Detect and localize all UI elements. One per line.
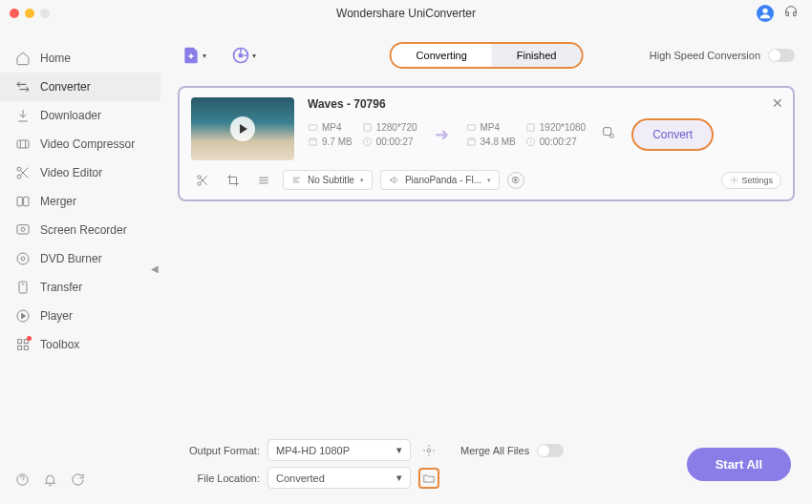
target-specs: MP4 1920*1080 34.8 MB 00:00:27 (466, 122, 587, 147)
sidebar-label: Toolbox (40, 338, 79, 351)
video-thumbnail[interactable] (191, 97, 294, 160)
start-all-button[interactable]: Start All (687, 448, 791, 481)
window-controls[interactable] (10, 9, 50, 18)
sidebar-item-video-compressor[interactable]: Video Compressor (0, 130, 160, 158)
svg-rect-4 (17, 197, 22, 205)
close-window-icon[interactable] (10, 9, 19, 18)
account-avatar[interactable] (757, 5, 774, 22)
output-settings-icon[interactable] (418, 440, 439, 461)
svg-rect-24 (604, 128, 611, 136)
svg-point-27 (198, 181, 202, 185)
trim-icon[interactable] (191, 171, 214, 190)
arrow-right-icon: ➜ (429, 124, 455, 145)
sidebar-item-home[interactable]: Home (0, 44, 160, 73)
output-format-select[interactable]: MP4-HD 1080P▾ (267, 439, 411, 461)
svg-point-9 (21, 257, 25, 261)
speed-icon[interactable]: ⦿ (507, 172, 524, 189)
svg-rect-1 (17, 140, 29, 148)
toolbar: ▾ ▾ Converting Finished High Speed Conve… (178, 38, 795, 73)
output-settings-icon[interactable] (597, 121, 620, 148)
sidebar-label: Player (40, 309, 73, 323)
svg-rect-10 (19, 282, 27, 293)
svg-point-2 (17, 167, 21, 171)
subtitle-dropdown[interactable]: No Subtitle▾ (283, 170, 373, 190)
sidebar-item-converter[interactable]: Converter (0, 73, 160, 101)
sidebar-item-video-editor[interactable]: Video Editor (0, 158, 160, 187)
crop-icon[interactable] (222, 171, 245, 190)
feedback-icon[interactable] (71, 472, 85, 491)
add-file-button[interactable]: ▾ (178, 42, 210, 69)
sidebar-label: Converter (40, 80, 91, 94)
svg-point-0 (762, 9, 767, 13)
sidebar-label: Merger (40, 195, 76, 208)
main-panel: ▾ ▾ Converting Finished High Speed Conve… (160, 27, 812, 504)
toggle-switch[interactable] (537, 444, 564, 457)
chevron-down-icon: ▾ (252, 52, 256, 60)
source-specs: MP4 1280*720 9.7 MB 00:00:27 (308, 122, 417, 147)
convert-button[interactable]: Convert (631, 118, 714, 151)
tab-converting[interactable]: Converting (392, 44, 492, 67)
sidebar-item-downloader[interactable]: Downloader (0, 101, 160, 130)
svg-point-29 (427, 449, 431, 452)
output-format-label: Output Format: (178, 445, 260, 456)
svg-point-3 (17, 175, 21, 178)
collapse-sidebar-icon[interactable]: ◀ (151, 263, 160, 277)
svg-rect-19 (364, 124, 371, 131)
open-folder-icon[interactable] (418, 468, 439, 489)
sidebar-item-screen-recorder[interactable]: Screen Recorder (0, 216, 160, 244)
merge-all-toggle[interactable]: Merge All Files (460, 444, 564, 457)
svg-point-7 (21, 227, 25, 231)
sidebar-item-toolbox[interactable]: Toolbox (0, 330, 160, 359)
add-disc-button[interactable]: ▾ (227, 42, 260, 69)
toggle-switch[interactable] (768, 49, 795, 62)
app-title: Wondershare UniConverter (336, 7, 476, 20)
svg-rect-15 (24, 346, 28, 349)
notification-dot-icon (27, 336, 32, 341)
minimize-window-icon[interactable] (25, 9, 34, 18)
svg-rect-6 (17, 225, 29, 234)
maximize-window-icon (40, 9, 50, 18)
tab-finished[interactable]: Finished (492, 44, 582, 67)
svg-point-8 (17, 253, 29, 264)
high-speed-toggle[interactable]: High Speed Conversion (650, 49, 795, 62)
svg-rect-14 (18, 346, 22, 349)
sidebar-label: Video Compressor (40, 137, 135, 151)
sidebar-item-merger[interactable]: Merger (0, 187, 160, 216)
status-tabs: Converting Finished (390, 42, 584, 69)
svg-point-25 (609, 134, 613, 137)
sidebar-label: Downloader (40, 109, 101, 122)
sidebar-label: Video Editor (40, 166, 102, 179)
svg-rect-22 (527, 124, 534, 131)
file-location-select[interactable]: Converted▾ (267, 467, 411, 489)
svg-rect-18 (309, 125, 316, 131)
svg-point-17 (239, 53, 242, 56)
notifications-icon[interactable] (43, 472, 57, 491)
sidebar-item-transfer[interactable]: Transfer (0, 273, 160, 302)
sidebar-label: Screen Recorder (40, 223, 127, 237)
titlebar: Wondershare UniConverter (0, 0, 812, 27)
svg-rect-21 (467, 125, 475, 131)
conversion-item: ✕ Waves - 70796 MP4 1280*720 9.7 MB 00:0… (178, 86, 795, 201)
svg-point-26 (198, 175, 202, 178)
effects-icon[interactable] (252, 171, 275, 190)
audio-dropdown[interactable]: PianoPanda - Fl...▾ (380, 170, 500, 190)
item-settings-button[interactable]: Settings (721, 172, 781, 189)
svg-rect-5 (24, 197, 29, 205)
file-location-label: File Location: (178, 472, 260, 484)
sidebar-item-player[interactable]: Player (0, 302, 160, 330)
sidebar-item-dvd-burner[interactable]: DVD Burner (0, 244, 160, 273)
support-icon[interactable] (783, 4, 799, 23)
file-name: Waves - 70796 (308, 97, 781, 111)
chevron-down-icon: ▾ (203, 52, 206, 60)
help-icon[interactable] (15, 472, 30, 491)
sidebar-label: Transfer (40, 281, 82, 294)
play-icon (230, 116, 255, 141)
sidebar: Home Converter Downloader Video Compress… (0, 27, 160, 504)
svg-point-28 (734, 178, 736, 180)
sidebar-label: Home (40, 52, 71, 65)
svg-rect-12 (18, 340, 22, 344)
hsc-label: High Speed Conversion (650, 50, 760, 61)
close-icon[interactable]: ✕ (772, 95, 783, 111)
sidebar-label: DVD Burner (40, 252, 102, 265)
